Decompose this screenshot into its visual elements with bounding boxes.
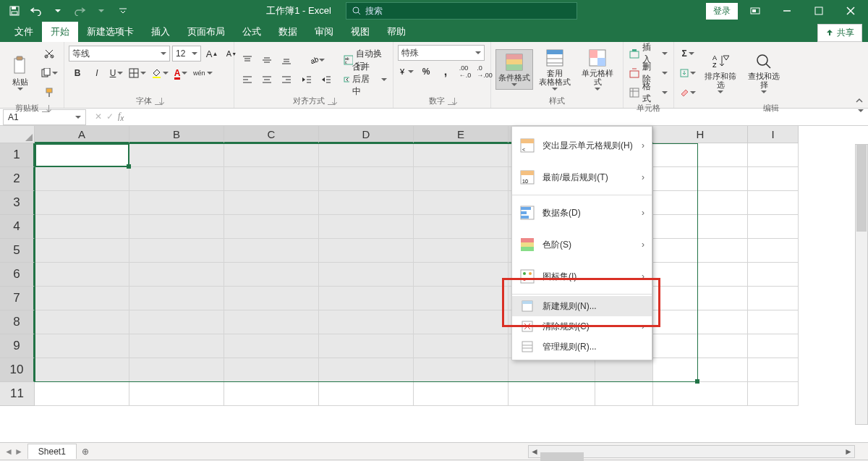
menu-top-bottom-rules[interactable]: 10 最前/最后规则(T)› <box>512 161 652 193</box>
row-header-8[interactable]: 8 <box>0 310 35 334</box>
decrease-indent-button[interactable] <box>298 71 315 88</box>
cell[interactable] <box>319 382 414 406</box>
cell[interactable] <box>224 143 319 167</box>
row-header-6[interactable]: 6 <box>0 263 35 287</box>
cell[interactable] <box>129 167 224 191</box>
cell[interactable] <box>129 334 224 358</box>
orientation-button[interactable]: ab <box>298 51 335 69</box>
format-painter-button[interactable] <box>39 84 59 101</box>
row-header-5[interactable]: 5 <box>0 239 35 263</box>
font-size-select[interactable]: 12 <box>172 46 201 62</box>
cell[interactable] <box>653 215 748 239</box>
cell[interactable] <box>35 263 129 287</box>
cell[interactable] <box>129 310 224 334</box>
menu-new-rule[interactable]: 新建规则(N)... <box>512 296 652 316</box>
cell[interactable] <box>414 287 509 310</box>
align-center-button[interactable] <box>258 71 276 88</box>
cell[interactable] <box>224 263 319 287</box>
font-launcher[interactable] <box>155 98 162 105</box>
cell[interactable] <box>748 215 799 239</box>
cell[interactable] <box>653 167 748 191</box>
minimize-button[interactable] <box>773 0 801 22</box>
undo-dropdown[interactable] <box>48 1 68 21</box>
tab-page-layout[interactable]: 页面布局 <box>179 22 234 42</box>
cell[interactable] <box>129 215 224 239</box>
menu-color-scales[interactable]: 色阶(S)› <box>512 229 652 261</box>
maximize-button[interactable] <box>804 0 833 22</box>
cell[interactable] <box>224 287 319 310</box>
row-header-10[interactable]: 10 <box>0 358 35 382</box>
row-header-9[interactable]: 9 <box>0 334 35 358</box>
menu-manage-rules[interactable]: 管理规则(R)... <box>512 337 652 357</box>
cell[interactable] <box>653 143 748 167</box>
vertical-scrollbar[interactable] <box>855 144 868 425</box>
tab-help[interactable]: 帮助 <box>378 22 414 42</box>
tab-data[interactable]: 数据 <box>270 22 306 42</box>
merge-center-button[interactable]: 合并后居中 <box>342 71 388 88</box>
cell[interactable] <box>414 215 509 239</box>
cell[interactable] <box>35 382 129 406</box>
format-cells-button[interactable]: 格式 <box>628 84 669 101</box>
format-table-button[interactable]: 套用 表格格式 <box>536 46 574 93</box>
cell[interactable] <box>748 382 799 406</box>
row-header-3[interactable]: 3 <box>0 191 35 215</box>
paste-button[interactable]: 粘贴 <box>4 53 36 93</box>
cell[interactable] <box>35 215 129 239</box>
cell[interactable] <box>319 143 414 167</box>
worksheet-grid[interactable]: A B C D E F G H I 1234567891011 < 突出显示单元… <box>0 126 868 442</box>
close-button[interactable] <box>836 0 865 22</box>
redo-dropdown[interactable] <box>91 1 111 21</box>
share-button[interactable]: 共享 <box>817 24 862 42</box>
row-header-4[interactable]: 4 <box>0 215 35 239</box>
cell[interactable] <box>653 382 748 406</box>
row-header-11[interactable]: 11 <box>0 382 35 406</box>
cell[interactable] <box>653 334 748 358</box>
increase-indent-button[interactable] <box>318 71 335 88</box>
cell[interactable] <box>224 191 319 215</box>
cell[interactable] <box>35 358 129 382</box>
menu-data-bars[interactable]: 数据条(D)› <box>512 197 652 229</box>
increase-decimal-button[interactable]: .00←.0 <box>456 63 474 80</box>
insert-cells-button[interactable]: 插入 <box>628 45 669 62</box>
cell[interactable] <box>509 358 595 382</box>
cell[interactable] <box>414 382 509 406</box>
cell[interactable] <box>319 310 414 334</box>
percent-button[interactable]: % <box>417 63 435 80</box>
phonetic-button[interactable]: wén <box>192 64 214 82</box>
sheet-tab-1[interactable]: Sheet1 <box>27 444 77 459</box>
cell[interactable] <box>319 215 414 239</box>
tab-formulas[interactable]: 公式 <box>234 22 270 42</box>
menu-clear-rules[interactable]: 清除规则(C)› <box>512 316 652 337</box>
find-select-button[interactable]: 查找和选择 <box>744 50 784 96</box>
col-header-D[interactable]: D <box>319 126 414 143</box>
cell[interactable] <box>319 239 414 263</box>
cell[interactable] <box>319 263 414 287</box>
col-header-I[interactable]: I <box>748 126 799 143</box>
cell[interactable] <box>224 167 319 191</box>
number-format-select[interactable]: 特殊 <box>398 45 485 61</box>
cell[interactable] <box>224 358 319 382</box>
col-header-C[interactable]: C <box>224 126 319 143</box>
cell[interactable] <box>414 358 509 382</box>
cell[interactable] <box>319 334 414 358</box>
tab-view[interactable]: 视图 <box>342 22 378 42</box>
menu-icon-sets[interactable]: 图标集(I)› <box>512 261 652 292</box>
cell[interactable] <box>319 191 414 215</box>
tab-review[interactable]: 审阅 <box>306 22 342 42</box>
collapse-ribbon-button[interactable] <box>855 96 864 105</box>
cell[interactable] <box>224 310 319 334</box>
cell[interactable] <box>653 310 748 334</box>
cell[interactable] <box>653 358 748 382</box>
cell[interactable] <box>414 143 509 167</box>
search-box[interactable]: 搜索 <box>346 2 577 20</box>
autosum-button[interactable]: Σ <box>678 45 697 62</box>
cell[interactable] <box>748 239 799 263</box>
cell[interactable] <box>414 191 509 215</box>
prev-sheet-button[interactable]: ◄ <box>4 447 13 457</box>
cell-styles-button[interactable]: 单元格样式 <box>576 46 618 93</box>
cell[interactable] <box>748 287 799 310</box>
clipboard-launcher[interactable] <box>42 105 49 112</box>
cell[interactable] <box>748 191 799 215</box>
cell[interactable] <box>35 143 129 167</box>
cell[interactable] <box>129 358 224 382</box>
